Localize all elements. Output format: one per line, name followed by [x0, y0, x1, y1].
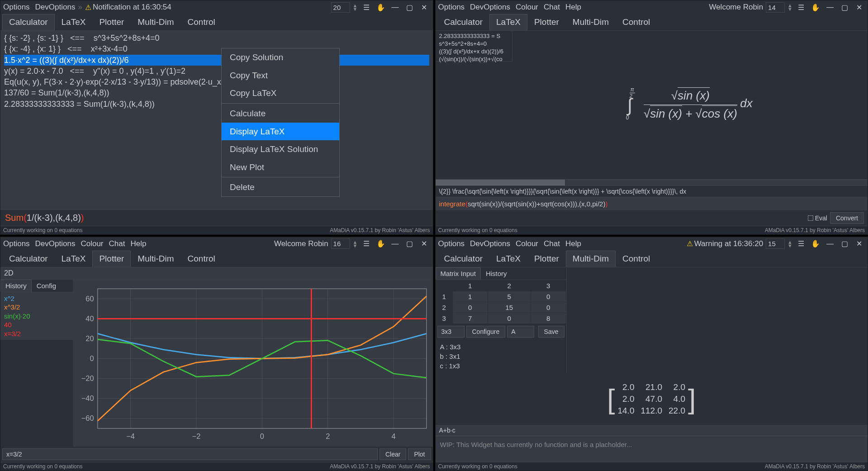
menu-help[interactable]: Help — [565, 239, 581, 248]
minimize-icon[interactable]: — — [824, 239, 836, 249]
ctx-display-latex[interactable]: Display LaTeX — [222, 123, 339, 141]
hand-icon[interactable]: ✋ — [810, 239, 821, 249]
plot-mode[interactable]: 2D — [0, 267, 433, 280]
tab-plotter[interactable]: Plotter — [527, 14, 566, 30]
menu-colour[interactable]: Colour — [516, 239, 538, 248]
scrollbar[interactable] — [436, 179, 868, 186]
menu-options[interactable]: Options — [3, 239, 30, 248]
legend-item[interactable]: x^2 — [4, 294, 69, 303]
subtab-history[interactable]: History — [481, 267, 512, 280]
matrix-name-input[interactable] — [507, 326, 534, 338]
list-item[interactable]: A : 3x3 — [440, 342, 562, 352]
subtab-history[interactable]: History — [0, 280, 32, 292]
menu-devoptions[interactable]: DevOptions — [35, 239, 76, 248]
fontsize-spinner[interactable] — [331, 2, 350, 13]
maximize-icon[interactable]: ▢ — [404, 239, 416, 249]
ctx-delete[interactable]: Delete — [222, 178, 339, 196]
menu-options[interactable]: Options — [438, 239, 465, 248]
menu-devoptions[interactable]: DevOptions — [35, 3, 76, 12]
tab-plotter[interactable]: Plotter — [92, 251, 131, 267]
tab-multidim[interactable]: Multi-Dim — [566, 251, 616, 267]
hand-icon[interactable]: ✋ — [375, 2, 387, 12]
menu-icon[interactable]: ☰ — [360, 239, 372, 249]
legend-item[interactable]: x=3/2 — [4, 329, 69, 338]
plot-button[interactable]: Plot — [408, 448, 431, 460]
legend-item[interactable]: sin(x)·20 — [4, 312, 69, 321]
table-row[interactable]: 20150 — [436, 302, 566, 313]
subtab-config[interactable]: Config — [32, 280, 61, 292]
menu-devoptions[interactable]: DevOptions — [470, 239, 510, 248]
calc-line[interactable]: y(x) = 2.0·x - 7.0 <== y''(x) = 0 , y(4)… — [4, 66, 429, 76]
plot-input[interactable] — [2, 448, 378, 460]
menu-chat[interactable]: Chat — [544, 3, 560, 12]
matrix-list[interactable]: A : 3x3 b : 3x1 c : 1x3 — [436, 339, 566, 373]
hand-icon[interactable]: ✋ — [375, 239, 387, 249]
tab-plotter[interactable]: Plotter — [92, 14, 131, 30]
close-icon[interactable]: ✕ — [418, 2, 430, 12]
eval-checkbox[interactable]: Eval — [808, 212, 827, 224]
tab-latex[interactable]: LaTeX — [55, 14, 93, 30]
tab-control[interactable]: Control — [181, 251, 222, 267]
tab-control[interactable]: Control — [181, 14, 222, 30]
tab-latex[interactable]: LaTeX — [489, 14, 527, 30]
calc-line[interactable]: { {x: -4} , {x: 1} } <== x²+3x-4=0 — [4, 43, 429, 54]
close-icon[interactable]: ✕ — [418, 239, 430, 249]
tab-calculator[interactable]: Calculator — [437, 251, 490, 267]
maximize-icon[interactable]: ▢ — [404, 2, 416, 12]
legend-item[interactable]: 40 — [4, 320, 69, 329]
save-button[interactable]: Save — [538, 326, 564, 338]
matrix-table[interactable]: 123 1150 20150 3708 — [436, 280, 566, 324]
table-row[interactable]: 3708 — [436, 313, 566, 324]
latex-history[interactable]: 2.28333333333333 = S s^3+5s^2+8s+4=0 ((3… — [436, 31, 512, 62]
list-item[interactable]: b : 3x1 — [440, 352, 562, 361]
plot-legend[interactable]: x^2x^3/2sin(x)·2040x=3/2 — [0, 292, 73, 340]
ctx-copy-text[interactable]: Copy Text — [222, 67, 339, 85]
menu-help[interactable]: Help — [130, 239, 146, 248]
tab-plotter[interactable]: Plotter — [527, 251, 566, 267]
tab-calculator[interactable]: Calculator — [2, 251, 55, 267]
tab-calculator[interactable]: Calculator — [2, 14, 55, 30]
calc-line-selected[interactable]: 1.5·x^2 = ((3)(∫ d(x²)/dx+x dx)(2))/6 — [4, 55, 429, 66]
warning-area[interactable]: ⚠ Warning at 16:36:20 — [687, 239, 763, 248]
expression-header[interactable]: A+b·c — [436, 425, 868, 436]
calculator-input[interactable]: Sum(1/(k-3),(k,4,8)) — [0, 209, 433, 226]
ctx-calculate[interactable]: Calculate — [222, 105, 339, 123]
subtab-matrix-input[interactable]: Matrix Input — [436, 267, 481, 280]
tab-multidim[interactable]: Multi-Dim — [566, 14, 616, 30]
hand-icon[interactable]: ✋ — [810, 2, 821, 12]
list-item[interactable]: c : 1x3 — [440, 361, 562, 371]
fontsize-spinner[interactable] — [766, 2, 785, 13]
minimize-icon[interactable]: — — [389, 2, 401, 12]
menu-help[interactable]: Help — [565, 3, 581, 12]
close-icon[interactable]: ✕ — [853, 2, 865, 12]
minimize-icon[interactable]: — — [824, 2, 836, 12]
menu-colour[interactable]: Colour — [81, 239, 103, 248]
latex-command-input[interactable]: integrate(sqrt(sin(x))/(sqrt(sin(x))+sqr… — [436, 197, 868, 210]
notification-area[interactable]: ⚠ Notification at 16:30:54 — [85, 3, 171, 12]
tab-control[interactable]: Control — [616, 251, 657, 267]
calculator-output[interactable]: { {s: -2} , {s: -1} } <== s^3+5s^2+8s+4=… — [0, 31, 433, 209]
maximize-icon[interactable]: ▢ — [839, 2, 850, 12]
menu-options[interactable]: Options — [438, 3, 465, 12]
menu-colour[interactable]: Colour — [516, 3, 538, 12]
tab-calculator[interactable]: Calculator — [437, 14, 490, 30]
configure-button[interactable]: Configure — [466, 326, 506, 338]
calc-line[interactable]: Eq(u(x, y), F(3·x - 2·y)·exp(-2·x/13 - 3… — [4, 76, 429, 87]
menu-chat[interactable]: Chat — [544, 239, 560, 248]
menu-icon[interactable]: ☰ — [360, 2, 372, 12]
tab-latex[interactable]: LaTeX — [55, 251, 93, 267]
legend-item[interactable]: x^3/2 — [4, 303, 69, 312]
convert-button[interactable]: Convert — [830, 212, 864, 224]
menu-devoptions[interactable]: DevOptions — [470, 3, 510, 12]
ctx-copy-solution[interactable]: Copy Solution — [222, 48, 339, 67]
latex-raw-output[interactable]: \{2}} \frac{\sqrt{\sin{\left(x \right)}}… — [436, 186, 868, 197]
calc-line[interactable]: 137/60 = Sum(1/(k-3),(k,4,8)) — [4, 87, 429, 98]
minimize-icon[interactable]: — — [389, 239, 401, 249]
close-icon[interactable]: ✕ — [853, 239, 865, 249]
ctx-display-latex-solution[interactable]: Display LaTeX Solution — [222, 140, 339, 158]
fontsize-spinner[interactable] — [331, 238, 350, 249]
calc-line[interactable]: { {s: -2} , {s: -1} } <== s^3+5s^2+8s+4=… — [4, 33, 429, 43]
plot-canvas[interactable]: −4−2024−60−40−200204060 — [73, 280, 433, 447]
dim-input[interactable] — [437, 326, 465, 338]
ctx-copy-latex[interactable]: Copy LaTeX — [222, 84, 339, 102]
